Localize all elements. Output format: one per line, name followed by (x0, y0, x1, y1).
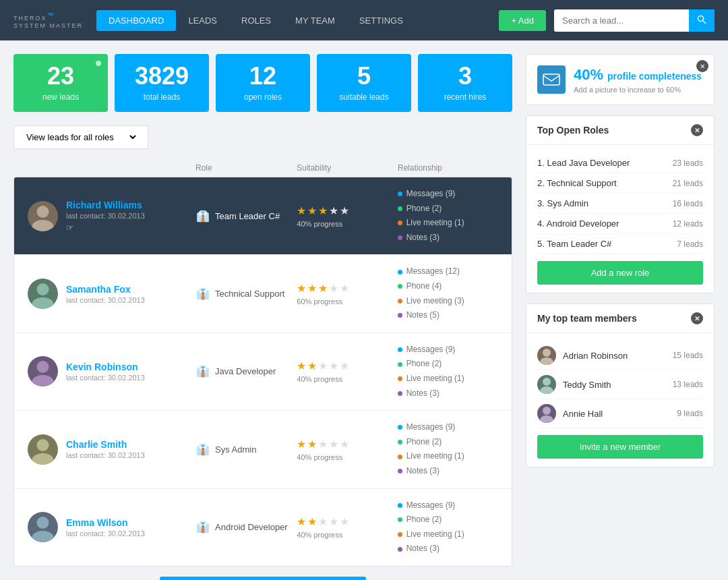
progress-label: 40% progress (297, 220, 397, 228)
table-row[interactable]: Kevin Robinson last contact: 30.02.2013 … (14, 333, 512, 411)
stat-new-leads[interactable]: 23 new leads (13, 54, 108, 112)
rel-dot (398, 440, 402, 444)
close-icon[interactable]: ✕ (691, 312, 703, 324)
suitability-cell: ★ ★ ★ ★ ★ 40% progress (297, 438, 397, 461)
rel-text: Messages (12) (406, 264, 460, 279)
lead-name[interactable]: Samantha Fox (66, 284, 145, 295)
tie-icon: 👔 (196, 521, 210, 533)
rel-text: Phone (4) (406, 279, 442, 294)
nav-dashboard[interactable]: DASHBOARD (96, 10, 176, 31)
avatar (537, 375, 556, 394)
filter-dropdown[interactable]: View leads for all roles (13, 125, 148, 149)
avatar (28, 279, 58, 309)
rel-notes: Notes (3) (398, 386, 498, 401)
stars: ★ ★ ★ ★ ★ (297, 282, 397, 295)
stat-suitable-leads[interactable]: 5 suitable leads (317, 54, 411, 112)
list-item[interactable]: Annie Hall 9 leads (537, 399, 703, 428)
list-item[interactable]: Adrian Robinson 15 leads (537, 341, 703, 370)
add-new-role-button[interactable]: Add a new role (537, 261, 703, 285)
lead-details: Charlie Smith last contact: 30.02.2013 (66, 439, 145, 459)
avatar (537, 404, 556, 423)
role-name: Sys Admin (215, 444, 256, 455)
list-item[interactable]: 1. Lead Java Developer 23 leads (537, 153, 703, 173)
list-item[interactable]: 4. Android Developer 12 leads (537, 214, 703, 234)
progress-label: 40% progress (297, 453, 397, 461)
star: ★ (329, 204, 338, 217)
star: ★ (297, 515, 306, 528)
rel-messages: Messages (12) (398, 264, 498, 279)
list-item[interactable]: 3. Sys Admin 16 leads (537, 194, 703, 214)
role-cell: 👔 Technical Support (196, 287, 297, 300)
tie-icon: 👔 (196, 443, 210, 456)
nav-leads[interactable]: LEADS (176, 10, 229, 31)
role-leads-count: 7 leads (677, 239, 703, 249)
avatar (28, 356, 58, 386)
member-leads-count: 15 leads (673, 351, 703, 360)
open-roles-number: 12 (224, 64, 302, 88)
rel-dot (398, 270, 402, 274)
svg-point-0 (698, 16, 704, 21)
role-name: Android Developer (215, 522, 288, 532)
suitability-cell: ★ ★ ★ ★ ★ 40% progress (297, 204, 397, 228)
suitability-cell: ★ ★ ★ ★ ★ 60% progress (297, 282, 397, 306)
stats-cards: 23 new leads 3829 total leads 12 open ro… (13, 54, 512, 112)
rel-text: Phone (2) (406, 357, 442, 372)
suitability-cell: ★ ★ ★ ★ ★ 40% progress (297, 515, 397, 539)
lead-name[interactable]: Richard Williams (66, 200, 145, 210)
search-button[interactable] (689, 9, 715, 32)
rel-text: Notes (3) (406, 386, 439, 401)
list-item[interactable]: 5. Team Leader C# 7 leads (537, 234, 703, 254)
stat-open-roles[interactable]: 12 open roles (216, 54, 310, 112)
lead-name[interactable]: Kevin Robinson (66, 361, 145, 372)
nav-roles[interactable]: ROLES (229, 10, 283, 31)
svg-rect-12 (543, 74, 559, 85)
lead-last-contact: last contact: 30.02.2013 (66, 451, 145, 459)
lead-name[interactable]: Emma Wilson (66, 517, 145, 528)
close-icon[interactable]: ✕ (696, 60, 708, 72)
star: ★ (318, 359, 328, 372)
stat-recent-hires[interactable]: 3 recent hires (418, 54, 512, 112)
table-row[interactable]: Emma Wilson last contact: 30.02.2013 👔 A… (14, 489, 512, 566)
suitable-leads-number: 5 (325, 64, 403, 88)
tie-icon: 👔 (196, 287, 210, 300)
nav-settings[interactable]: SETTINGS (347, 10, 415, 31)
lead-last-contact: last contact: 30.02.2013 (66, 212, 145, 220)
invite-new-member-button[interactable]: Invite a new member (537, 435, 703, 459)
rel-text: Live meeting (1) (406, 372, 464, 386)
search-input[interactable] (554, 10, 689, 31)
stat-total-leads[interactable]: 3829 total leads (115, 54, 209, 112)
rel-phone: Phone (2) (398, 513, 498, 527)
role-rank-name: 2. Technical Support (537, 178, 617, 188)
table-row[interactable]: Charlie Smith last contact: 30.02.2013 👔… (14, 411, 512, 488)
show-more-button[interactable]: SHOW MORE LEADS (160, 577, 366, 580)
logo-name: THEROX™ (13, 11, 83, 22)
nav-my-team[interactable]: MY TEAM (283, 10, 347, 31)
svg-point-16 (540, 386, 553, 394)
role-rank-name: 5. Team Leader C# (537, 239, 611, 249)
avatar (28, 512, 58, 542)
role-filter-select[interactable]: View leads for all roles (24, 132, 138, 143)
star: ★ (340, 515, 349, 528)
list-item[interactable]: Teddy Smith 13 leads (537, 370, 703, 399)
rel-phone: Phone (2) (398, 202, 498, 216)
top-team-members-card: My top team members ✕ Adrian Robinson 15… (526, 303, 715, 467)
team-member-info: Teddy Smith (537, 375, 611, 394)
svg-point-18 (540, 415, 553, 423)
member-name: Teddy Smith (563, 380, 611, 390)
close-icon[interactable]: ✕ (691, 124, 703, 136)
lead-name[interactable]: Charlie Smith (66, 439, 145, 450)
role-cell: 👔 Sys Admin (196, 443, 297, 456)
star: ★ (329, 438, 338, 451)
rel-text: Notes (3) (406, 231, 439, 245)
star: ★ (340, 438, 349, 451)
logo-sub: SYSTEM MASTER (13, 22, 83, 30)
table-row[interactable]: Samantha Fox last contact: 30.02.2013 👔 … (14, 255, 512, 332)
add-button[interactable]: + Add (499, 10, 546, 31)
table-row[interactable]: Richard Williams last contact: 30.02.201… (14, 177, 512, 255)
cursor-indicator: ☞ (66, 223, 145, 233)
main-content: 23 new leads 3829 total leads 12 open ro… (0, 40, 728, 580)
role-rank-name: 1. Lead Java Developer (537, 158, 630, 168)
star: ★ (307, 438, 317, 451)
lead-details: Emma Wilson last contact: 30.02.2013 (66, 517, 145, 538)
list-item[interactable]: 2. Technical Support 21 leads (537, 173, 703, 194)
